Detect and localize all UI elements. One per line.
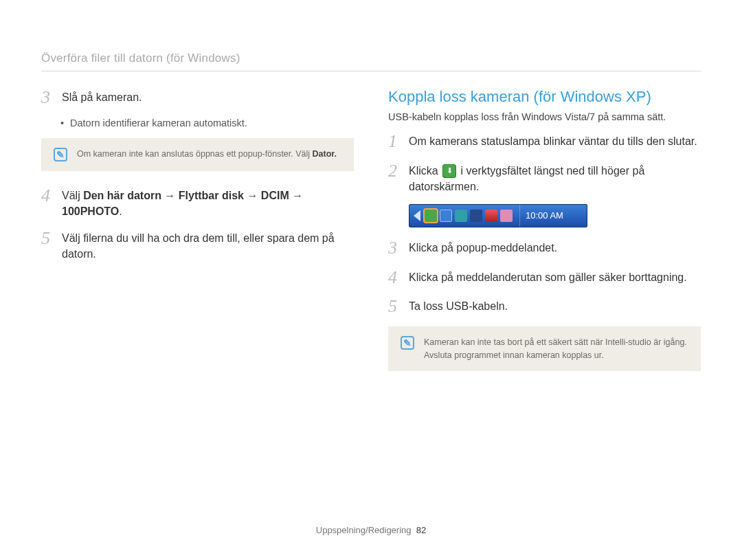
step-number: 3 (41, 88, 62, 108)
tray-misc-icon (500, 210, 513, 222)
r-step-5: 5 Ta loss USB-kabeln. (388, 297, 701, 317)
step-number: 4 (388, 268, 409, 288)
tray-safely-remove-icon (425, 210, 437, 222)
tray-clock: 10:00 AM (519, 205, 569, 227)
right-column: Koppla loss kameran (för Windows XP) USB… (388, 88, 701, 386)
step-5: 5 Välj filerna du vill ha och dra dem ti… (41, 229, 354, 262)
header-rule (41, 71, 701, 71)
step-number: 1 (388, 132, 409, 152)
note-box-right: ✎ Kameran kan inte tas bort på ett säker… (388, 326, 701, 372)
r-step-2: 2 Klicka ⬇ i verktygsfältet längst ned t… (388, 161, 701, 194)
r-step-3: 3 Klicka på popup-meddelandet. (388, 238, 701, 258)
left-column: 3 Slå på kameran. Datorn identifierar ka… (41, 88, 354, 386)
note-text: Om kameran inte kan anslutas öppnas ett … (77, 148, 337, 161)
step-text: Om kamerans statuslampa blinkar väntar d… (409, 132, 697, 152)
tray-expand-arrow-icon (414, 210, 420, 221)
note-icon: ✎ (401, 336, 414, 350)
step-text: Ta loss USB-kabeln. (409, 297, 508, 317)
step-number: 5 (388, 297, 409, 317)
step4-suffix: . (119, 205, 122, 217)
section-title: Koppla loss kameran (för Windows XP) (388, 88, 701, 106)
footer-page-number: 82 (416, 525, 426, 535)
r-step-1: 1 Om kamerans statuslampa blinkar väntar… (388, 132, 701, 152)
page-header: Överföra filer till datorn (för Windows) (41, 52, 701, 65)
step-4: 4 Välj Den här datorn → Flyttbar disk → … (41, 186, 354, 219)
step-text: Välj filerna du vill ha och dra dem till… (62, 229, 354, 262)
step-text: Slå på kameran. (62, 88, 142, 108)
tray-network-icon (455, 210, 467, 222)
tray-shield-icon (440, 210, 452, 222)
step-number: 3 (388, 238, 409, 258)
page-footer: Uppspelning/Redigering 82 (0, 525, 742, 535)
note-icon: ✎ (54, 148, 67, 161)
note-box-left: ✎ Om kameran inte kan anslutas öppnas et… (41, 138, 354, 171)
r-step-4: 4 Klicka på meddelanderutan som gäller s… (388, 268, 701, 288)
footer-section: Uppspelning/Redigering (316, 525, 412, 535)
step-text: Klicka på meddelanderutan som gäller säk… (409, 268, 687, 288)
step-3-subbullet: Datorn identifierar kameran automatiskt. (70, 117, 354, 128)
step4-path: Den här datorn → Flyttbar disk → DCIM → … (62, 190, 303, 217)
step-number: 2 (388, 161, 409, 194)
step-text: Klicka på popup-meddelandet. (409, 238, 557, 258)
step4-prefix: Välj (62, 190, 83, 201)
r-step2-prefix: Klicka (409, 165, 441, 177)
tray-display-icon (470, 210, 482, 222)
note-text-bold: Dator. (313, 149, 337, 159)
step-text: Välj Den här datorn → Flyttbar disk → DC… (62, 186, 354, 219)
section-intro: USB-kabeln kopplas loss från Windows Vis… (388, 111, 701, 122)
step-text: Klicka ⬇ i verktygsfältet längst ned til… (409, 161, 701, 194)
tray-volume-icon (485, 210, 497, 222)
note-text: Kameran kan inte tas bort på ett säkert … (424, 336, 688, 362)
safely-remove-icon: ⬇ (442, 164, 456, 178)
note-text-part-a: Om kameran inte kan anslutas öppnas ett … (77, 149, 313, 159)
step-number: 4 (41, 186, 62, 219)
two-column-layout: 3 Slå på kameran. Datorn identifierar ka… (41, 88, 701, 386)
step-number: 5 (41, 229, 62, 262)
step-3: 3 Slå på kameran. (41, 88, 354, 108)
system-tray-graphic: 10:00 AM (409, 204, 587, 227)
